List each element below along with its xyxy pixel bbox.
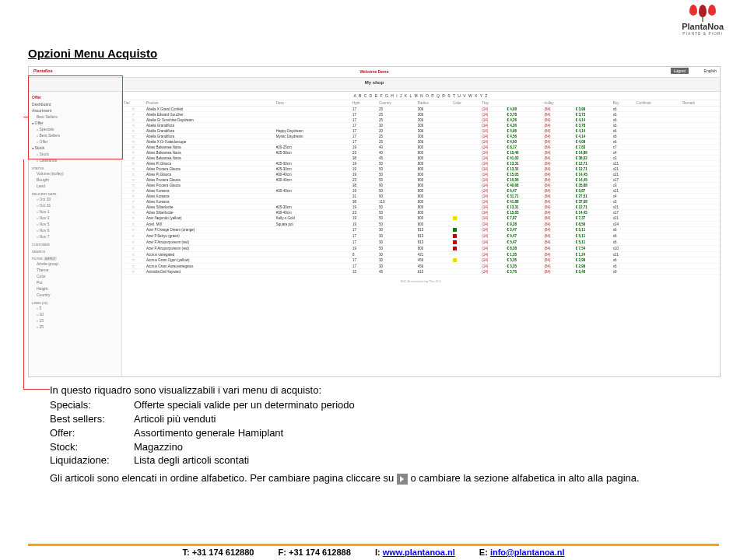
table-row[interactable]: ☆Acorus Gram.Ogon (yellow)1730456(14)€ 3… bbox=[122, 257, 720, 264]
table-row[interactable]: ☆Acerl. MiXSquare pot1950800(14)€ 9,28(8… bbox=[122, 222, 720, 227]
logo-mark bbox=[689, 5, 716, 17]
language-selector[interactable]: English bbox=[704, 68, 717, 73]
col-confirmer[interactable]: Confirmer bbox=[634, 100, 681, 107]
sidebar-offer[interactable]: Offer bbox=[32, 138, 118, 145]
table-row[interactable]: ☆Abelia GrandifloraMystic Daydream172530… bbox=[122, 134, 720, 139]
table-row[interactable]: ☆Abelia X Grand.Confetti1725306(14)€ 4,0… bbox=[122, 107, 720, 112]
col-fav[interactable]: Fav bbox=[122, 100, 145, 107]
table-row[interactable]: ☆Acer P.Atropurpureum (red)1950800(14)€ … bbox=[122, 246, 720, 252]
filter-height[interactable]: Height bbox=[32, 285, 118, 292]
filter-color[interactable]: Color bbox=[32, 273, 118, 279]
footer-e-label: E: bbox=[479, 548, 490, 557]
footer-email-link[interactable]: info@plantanoa.nl bbox=[490, 548, 565, 557]
table-row[interactable]: ☆Acer P.Seiryu (green)1730813(14)€ 5,47(… bbox=[122, 233, 720, 240]
lines-5[interactable]: 5 bbox=[32, 305, 118, 311]
sidebar: Offer Dashboard Assortment Best Sellers … bbox=[29, 92, 122, 377]
sidebar-specials[interactable]: Specials bbox=[32, 126, 118, 132]
footer-website-link[interactable]: www.plantanoa.nl bbox=[383, 548, 455, 557]
app-logo: PlantaNoa bbox=[33, 68, 52, 73]
filter-theme[interactable]: Theme bbox=[32, 267, 118, 273]
table-row[interactable]: ☆Acorus Gram.Aureovariegatus1730456(14)€… bbox=[122, 264, 720, 269]
lines-10[interactable]: 10 bbox=[32, 311, 118, 317]
sidebar-stock-group[interactable]: Stock bbox=[32, 145, 118, 151]
col-height[interactable]: Hght bbox=[351, 100, 377, 107]
sentence-part1: Gli articoli sono elencati in ordine alf… bbox=[50, 472, 397, 484]
intro-text: In questo riquadro sono visualizzabili i… bbox=[50, 384, 696, 397]
lines-15[interactable]: 15 bbox=[32, 317, 118, 324]
sidebar-assortment[interactable]: Assortment bbox=[32, 107, 118, 114]
main-content: A B C D E F G H I J K L M N O P Q R S T … bbox=[122, 92, 720, 377]
table-row[interactable]: ☆Abies Balsamea Nana3845800(14)€ 41,02(8… bbox=[122, 156, 720, 161]
filter-pot[interactable]: Pot bbox=[32, 279, 118, 285]
table-row[interactable]: ☆Abies Procera Glauca3890800(14)€ 40,68(… bbox=[122, 183, 720, 188]
definition-line: Stock:Magazzino bbox=[50, 441, 696, 454]
table-row[interactable]: ☆Abies Koreana38110800(14)€ 41,88(84)€ 3… bbox=[122, 199, 720, 205]
sidebar-dashboard[interactable]: Dashboard bbox=[32, 101, 118, 107]
sidebar-offer-group[interactable]: Offer bbox=[32, 120, 118, 126]
next-page-icon[interactable] bbox=[397, 474, 408, 485]
col-country[interactable]: Country bbox=[377, 100, 416, 107]
logo-text: PlantaNoa bbox=[682, 22, 724, 31]
sidebar-clearance[interactable]: Clearance bbox=[32, 157, 118, 163]
connector-h2 bbox=[23, 389, 50, 390]
col-product[interactable]: Product bbox=[145, 100, 275, 107]
delivery-nov7[interactable]: Nov 7 bbox=[32, 233, 118, 240]
alphabet-filter[interactable]: A B C D E F G H I J K L M N O P Q R S T … bbox=[122, 92, 720, 100]
sidebar-volume: Volume (trolley) bbox=[32, 170, 118, 177]
delivery-nov1[interactable]: Nov 1 bbox=[32, 208, 118, 215]
delivery-oct31[interactable]: Oct 31 bbox=[32, 202, 118, 208]
customer-head: Customer bbox=[32, 243, 118, 247]
product-table: Fav Product Desc Hght Country Radius Col… bbox=[122, 100, 720, 275]
delivery-nov5[interactable]: Nov 5 bbox=[32, 221, 118, 227]
definition-line: Specials:Offerte speciali valide per un … bbox=[50, 399, 696, 412]
offer-label: Offer bbox=[32, 95, 118, 100]
table-row[interactable]: ☆Abelia Grandiflora1730306(14)€ 4,26(84)… bbox=[122, 123, 720, 128]
definition-line: Best sellers:Articoli più venduti bbox=[50, 413, 696, 426]
table-row[interactable]: ☆Abies Procera Glauca#25-30cm1950800(14)… bbox=[122, 166, 720, 172]
col-trolley[interactable]: trolley bbox=[542, 100, 573, 107]
table-row[interactable]: ☆Actinidia Del.Hayward1545610(14)€ 5,76(… bbox=[122, 269, 720, 275]
table-row[interactable]: ☆Acer P.Orange Dream (orange)1730813(14)… bbox=[122, 227, 720, 233]
table-row[interactable]: ☆Abelia X Gr Kaleidoscope1725306(14)€ 4,… bbox=[122, 139, 720, 145]
shop-title: My shop bbox=[365, 80, 384, 85]
filter-country[interactable]: Country bbox=[32, 292, 118, 298]
delivery-oct30[interactable]: Oct 30 bbox=[32, 196, 118, 202]
sidebar-bestsellers[interactable]: Best Sellers bbox=[32, 114, 118, 120]
table-row[interactable]: ☆Abies Balsamea Nana#25-30cm2340800(14)€… bbox=[122, 150, 720, 156]
footer-i-label: I: bbox=[375, 548, 383, 557]
col-tray[interactable]: Tray bbox=[480, 100, 505, 107]
table-row[interactable]: ☆Abies Koreana3190800(14)€ 31,71(84)€ 27… bbox=[122, 194, 720, 199]
table-row[interactable]: ☆Abies Pi.Glauca#30-40cm1950800(14)€ 15,… bbox=[122, 172, 720, 177]
col-radius[interactable]: Radius bbox=[416, 100, 451, 107]
table-row[interactable]: ☆Abies Silberlocke#30-40cm2350800(14)€ 1… bbox=[122, 210, 720, 215]
table-row[interactable]: ☆Abies Balsamea Nana#20-25cm1940800(14)€… bbox=[122, 145, 720, 150]
table-row[interactable]: ☆Abelia Gr Sunshine Daydream1725306(14)€… bbox=[122, 117, 720, 123]
sidebar-bestsellers2[interactable]: Best Sellers bbox=[32, 132, 118, 138]
table-row[interactable]: ☆Abies Koreana#30-40cm1950800(14)€ 6,47(… bbox=[122, 188, 720, 194]
filter-article-group[interactable]: Article group bbox=[32, 261, 118, 267]
table-row[interactable]: ☆Abies Silberlocke#25-30cm1950800(14)€ 1… bbox=[122, 205, 720, 210]
col-buy[interactable]: Buy bbox=[612, 100, 635, 107]
col-desc[interactable]: Desc bbox=[275, 100, 351, 107]
welcome-text: Welcome Demo bbox=[359, 69, 388, 74]
table-row[interactable]: ☆Acer Negundo (yellow)Kelly-s Gold195080… bbox=[122, 215, 720, 222]
col-remark[interactable]: Remark bbox=[681, 100, 720, 107]
embedded-screenshot: PlantaNoa Welcome Demo Logout English My… bbox=[28, 66, 721, 377]
sidebar-bought: Bought bbox=[32, 177, 118, 183]
sentence: Gli articoli sono elencati in ordine alf… bbox=[50, 472, 696, 485]
lines-25[interactable]: 25 bbox=[32, 324, 118, 330]
col-color[interactable]: Color bbox=[451, 100, 480, 107]
logout-button[interactable]: Logout bbox=[671, 68, 689, 74]
table-row[interactable]: ☆Abies Procera Glauca#30-40cm2350800(14)… bbox=[122, 177, 720, 183]
sidebar-stock[interactable]: Stock bbox=[32, 151, 118, 157]
app-header: My shop bbox=[29, 78, 720, 92]
table-row[interactable]: ☆Acer P.Atropurpureum (red)1730813(14)€ … bbox=[122, 240, 720, 246]
table-row[interactable]: ☆Abies Pi.Glauca#25-30cm1950800(14)€ 13,… bbox=[122, 161, 720, 166]
delivery-nov6[interactable]: Nov 6 bbox=[32, 227, 118, 233]
table-row[interactable]: ☆Abelia GrandifloraHappy Daydream1720306… bbox=[122, 128, 720, 134]
apply-button[interactable]: Apply bbox=[44, 257, 57, 261]
table-row[interactable]: ☆Abelia Edward Goucher1725306(14)€ 3,78(… bbox=[122, 112, 720, 117]
delivery-nov2[interactable]: Nov 2 bbox=[32, 215, 118, 221]
app-topbar: PlantaNoa Welcome Demo Logout English bbox=[29, 67, 720, 78]
table-row[interactable]: ☆Acorus variegated830421(14)€ 1,35(84)€ … bbox=[122, 252, 720, 257]
